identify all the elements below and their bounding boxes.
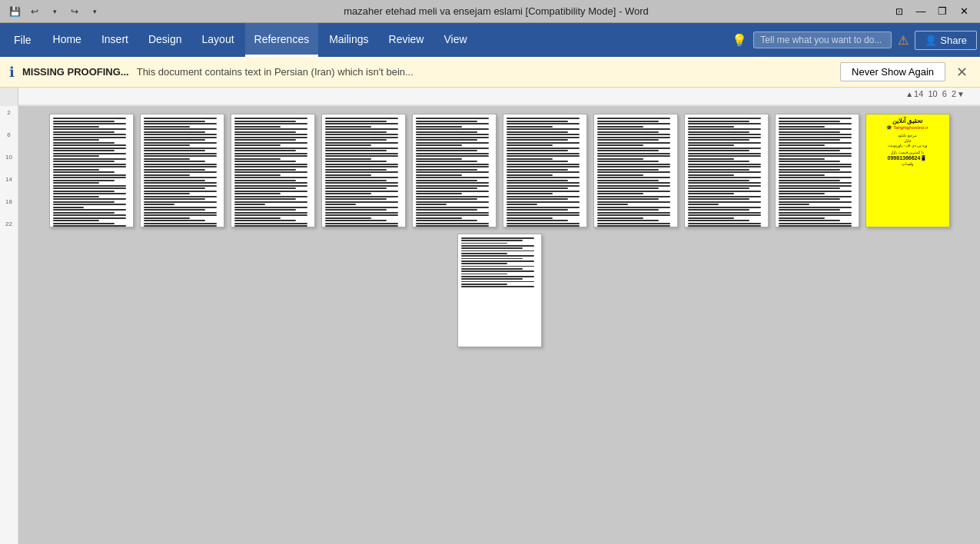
text-line xyxy=(507,182,580,184)
maximize-button[interactable]: ❐ xyxy=(932,3,952,20)
text-line xyxy=(325,177,398,178)
page-nav-next[interactable]: ▼ xyxy=(957,90,965,98)
text-line xyxy=(461,258,523,260)
text-line xyxy=(461,268,523,270)
tab-references[interactable]: References xyxy=(245,23,319,57)
text-line xyxy=(688,220,749,221)
text-line xyxy=(416,118,489,119)
text-line xyxy=(53,209,126,211)
text-line xyxy=(144,214,217,216)
tab-view[interactable]: View xyxy=(434,23,476,57)
text-line xyxy=(597,182,670,184)
text-line xyxy=(144,128,217,130)
text-line xyxy=(461,260,534,262)
text-line xyxy=(234,198,296,200)
text-line xyxy=(53,142,115,144)
text-line xyxy=(461,237,534,239)
text-line xyxy=(597,123,670,124)
text-line xyxy=(234,131,296,133)
text-line xyxy=(416,164,489,165)
text-line xyxy=(597,166,670,168)
text-line xyxy=(325,144,371,146)
tab-file[interactable]: File xyxy=(3,23,42,57)
page-thumb-8[interactable] xyxy=(684,114,769,227)
text-line xyxy=(53,193,126,194)
text-line xyxy=(688,164,761,165)
page-thumb-2[interactable] xyxy=(140,114,224,227)
tab-home[interactable]: Home xyxy=(44,23,91,57)
text-line xyxy=(144,123,217,124)
text-line xyxy=(688,139,749,141)
page-thumb-5[interactable] xyxy=(412,114,497,227)
text-line xyxy=(144,158,190,160)
text-line xyxy=(144,126,190,128)
text-line xyxy=(507,209,568,211)
text-line xyxy=(461,270,534,272)
tab-layout[interactable]: Layout xyxy=(193,23,244,57)
ruler-num-22: 22 xyxy=(5,221,12,227)
page-thumb-6[interactable] xyxy=(503,114,587,227)
text-line xyxy=(779,126,825,128)
close-button[interactable]: ✕ xyxy=(954,3,974,20)
tab-review[interactable]: Review xyxy=(380,23,434,57)
save-button[interactable]: 💾 xyxy=(6,3,23,20)
help-button[interactable]: ⊡ xyxy=(889,3,909,20)
notification-close-button[interactable]: ✕ xyxy=(953,64,971,81)
page-nav-prev[interactable]: ▲ xyxy=(905,90,913,98)
text-line xyxy=(597,185,670,187)
document-area[interactable]: تحقیق آنلاین Tahghighonline.ir 🎓 مرجع دا… xyxy=(18,106,980,544)
text-line xyxy=(234,137,307,138)
text-line xyxy=(416,225,489,227)
text-line xyxy=(779,148,852,149)
text-line xyxy=(416,155,489,157)
text-line xyxy=(234,153,307,154)
text-line xyxy=(144,153,217,154)
text-line xyxy=(779,150,840,151)
never-show-again-button[interactable]: Never Show Again xyxy=(840,62,945,81)
horizontal-ruler: ▲ 14 10 6 2 ▼ xyxy=(0,88,980,106)
page-thumb-1[interactable] xyxy=(49,114,134,227)
text-line xyxy=(688,161,749,162)
text-line xyxy=(144,174,190,176)
page-thumb-4[interactable] xyxy=(321,114,406,227)
minimize-button[interactable]: — xyxy=(911,3,931,20)
ruler-num-6: 6 xyxy=(7,131,10,138)
page-thumb-ad[interactable]: تحقیق آنلاین Tahghighonline.ir 🎓 مرجع دا… xyxy=(865,114,950,227)
text-line xyxy=(144,201,217,203)
text-line xyxy=(688,212,761,214)
text-line xyxy=(779,137,852,138)
search-input[interactable] xyxy=(753,32,892,48)
tab-insert[interactable]: Insert xyxy=(92,23,138,57)
text-line xyxy=(507,139,568,141)
text-line xyxy=(416,187,477,189)
text-line xyxy=(416,139,477,141)
text-line xyxy=(597,180,659,181)
undo-dropdown[interactable]: ▾ xyxy=(46,3,63,20)
text-line xyxy=(234,139,296,141)
text-line xyxy=(325,207,398,208)
page-thumb-7[interactable] xyxy=(593,114,678,227)
tab-mailings[interactable]: Mailings xyxy=(320,23,377,57)
text-line xyxy=(507,212,580,214)
text-line xyxy=(53,187,126,189)
page-thumb-9[interactable] xyxy=(775,114,859,227)
ad-content: تحقیق آنلاین Tahghighonline.ir 🎓 مرجع دا… xyxy=(866,114,949,170)
text-line xyxy=(53,150,115,151)
text-line xyxy=(234,182,307,184)
customize-button[interactable]: ▾ xyxy=(86,3,103,20)
text-line xyxy=(416,137,489,138)
text-line xyxy=(779,198,840,200)
ruler-num-10: 10 xyxy=(5,154,12,161)
page-thumb-last[interactable] xyxy=(457,234,542,347)
text-line xyxy=(597,204,628,205)
text-line xyxy=(144,134,217,135)
tab-design[interactable]: Design xyxy=(139,23,191,57)
redo-button[interactable]: ↪ xyxy=(66,3,83,20)
undo-button[interactable]: ↩ xyxy=(26,3,43,20)
text-line xyxy=(461,274,507,275)
page-thumb-3[interactable] xyxy=(231,114,315,227)
share-button[interactable]: 👤 Share xyxy=(915,31,977,50)
text-line xyxy=(416,142,489,144)
text-line xyxy=(779,171,852,173)
ad-phone: 📱09981366624 xyxy=(869,154,946,161)
